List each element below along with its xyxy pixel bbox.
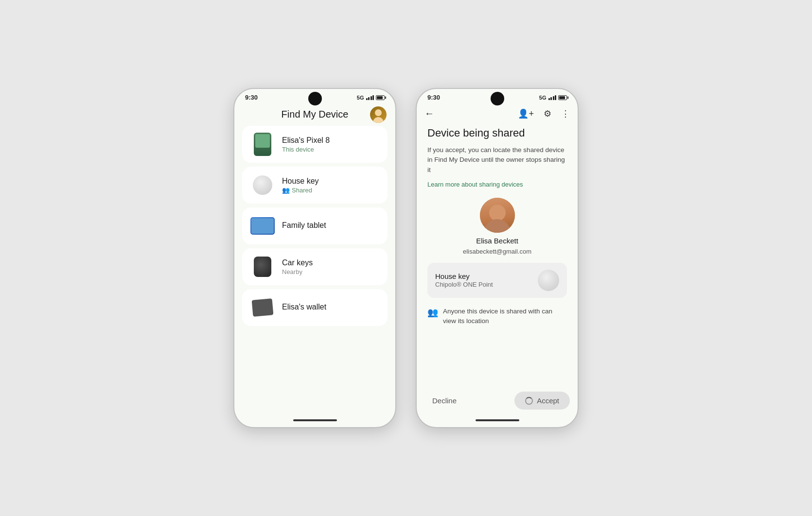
device-info-carkeys: Car keys Nearby	[282, 258, 380, 275]
status-icons-1: 5G	[357, 95, 385, 101]
shared-device-info: House key Chipolo® ONE Point	[435, 272, 493, 288]
status-bar-2: 9:30 5G	[417, 89, 578, 104]
notch-1	[308, 92, 322, 105]
device-name: House key	[282, 177, 380, 186]
accept-button[interactable]: Accept	[514, 392, 570, 410]
header-actions: 👤+ ⚙ ⋮	[518, 108, 570, 119]
device-name: Family tablet	[282, 221, 380, 230]
fmd-header: Find My Device	[234, 104, 395, 126]
shared-screen: Device being shared If you accept, you c…	[417, 123, 578, 387]
screen-content-2: Device being shared If you accept, you c…	[417, 123, 578, 413]
more-options-icon[interactable]: ⋮	[561, 108, 570, 119]
home-bar-2	[417, 413, 578, 427]
list-item[interactable]: Elisa's Pixel 8 This device	[242, 126, 388, 163]
5g-icon-1: 5G	[357, 95, 364, 101]
avatar[interactable]	[370, 106, 387, 123]
screen-content-1: Elisa's Pixel 8 This device House key 👥 …	[234, 126, 395, 413]
phone-1: 9:30 5G Find My Device	[233, 88, 396, 428]
battery-icon-1	[376, 95, 385, 100]
action-bar: Decline Accept	[417, 387, 578, 413]
sharer-email: elisabeckett@gmail.com	[463, 248, 531, 255]
5g-icon-2: 5G	[539, 95, 547, 101]
device-icon-carkeys-wrap	[250, 254, 275, 279]
home-indicator-1	[293, 419, 337, 421]
carkeys-icon	[254, 257, 271, 277]
device-status: 👥 Shared	[282, 187, 380, 194]
shared-device-image	[538, 270, 559, 291]
shared-device-card: House key Chipolo® ONE Point	[427, 263, 567, 298]
wallet-icon	[252, 298, 274, 317]
housekey-icon	[253, 175, 272, 195]
shared-notice-text: Anyone this device is shared with can vi…	[443, 307, 567, 327]
device-info-wallet: Elisa's wallet	[282, 303, 380, 312]
shared-title: Device being shared	[427, 127, 567, 139]
device-icon-pixel-wrap	[250, 132, 275, 157]
status-time-2: 9:30	[427, 94, 440, 101]
signal-bars-2	[548, 95, 557, 100]
pixel-icon	[254, 133, 271, 156]
device-status: This device	[282, 146, 380, 153]
notch-2	[491, 92, 504, 105]
tablet-icon	[250, 217, 275, 235]
sharer-avatar	[480, 198, 515, 233]
shared-device-model: Chipolo® ONE Point	[435, 281, 493, 288]
device-name: Elisa's Pixel 8	[282, 136, 380, 145]
device-name: Elisa's wallet	[282, 303, 380, 311]
shared-header: ← 👤+ ⚙ ⋮	[417, 104, 578, 123]
status-time-1: 9:30	[245, 94, 258, 101]
status-bar-1: 9:30 5G	[234, 89, 395, 104]
spinner-icon	[525, 397, 533, 405]
phone-2: 9:30 5G ← 👤+ ⚙ ⋮	[416, 88, 579, 428]
home-indicator-2	[476, 419, 519, 421]
shared-icon: 👥	[282, 187, 290, 194]
list-item[interactable]: Car keys Nearby	[242, 248, 388, 285]
avatar-face	[480, 198, 515, 233]
device-info-pixel: Elisa's Pixel 8 This device	[282, 136, 380, 153]
battery-icon-2	[558, 95, 567, 100]
shared-label: Shared	[292, 187, 312, 194]
shared-device-name: House key	[435, 272, 493, 280]
device-icon-housekey-wrap	[250, 172, 275, 198]
device-list: Elisa's Pixel 8 This device House key 👥 …	[234, 126, 395, 413]
signal-bars-1	[366, 95, 374, 100]
status-icons-2: 5G	[539, 95, 567, 101]
sharer-name: Elisa Beckett	[476, 237, 518, 245]
shared-notice-icon: 👥	[427, 307, 438, 318]
fmd-title: Find My Device	[282, 109, 349, 120]
device-info-tablet: Family tablet	[282, 221, 380, 231]
decline-button[interactable]: Decline	[424, 393, 464, 409]
list-item[interactable]: Family tablet	[242, 207, 388, 244]
device-icon-tablet-wrap	[250, 213, 275, 239]
home-bar-1	[234, 413, 395, 427]
shared-description: If you accept, you can locate the shared…	[427, 145, 567, 175]
back-button[interactable]: ←	[424, 108, 434, 119]
settings-icon[interactable]: ⚙	[544, 108, 551, 119]
device-icon-wallet-wrap	[250, 295, 275, 320]
device-name: Car keys	[282, 258, 380, 267]
sharer-card: Elisa Beckett elisabeckett@gmail.com	[427, 193, 567, 257]
learn-more-link[interactable]: Learn more about sharing devices	[427, 181, 567, 188]
list-item[interactable]: Elisa's wallet	[242, 289, 388, 326]
list-item[interactable]: House key 👥 Shared	[242, 167, 388, 204]
device-info-housekey: House key 👥 Shared	[282, 177, 380, 194]
accept-label: Accept	[537, 396, 559, 405]
device-status: Nearby	[282, 268, 380, 275]
add-person-icon[interactable]: 👤+	[518, 108, 534, 119]
shared-notice: 👥 Anyone this device is shared with can …	[427, 303, 567, 330]
